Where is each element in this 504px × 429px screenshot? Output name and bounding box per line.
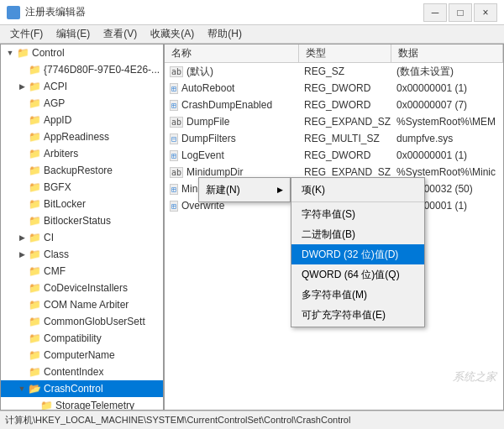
right-panel: 名称 类型 数据 ab (默认) REG_SZ (数值未设置) ⊞ AutoRe…: [165, 44, 503, 410]
tree-label-comnamearbitrer: COM Name Arbiter: [44, 299, 129, 311]
reg-icon: ⊞: [170, 150, 178, 161]
menu-view[interactable]: 查看(V): [97, 25, 144, 43]
close-button[interactable]: ×: [474, 3, 497, 22]
reg-name: DumpFilters: [181, 133, 236, 144]
folder-icon-compatibility: 📁: [28, 333, 41, 343]
tree-item-bitlockerstatus[interactable]: ▶ 📁 BitlockerStatus: [1, 212, 163, 229]
tree-item-codeviceinstallers[interactable]: ▶ 📁 CoDeviceInstallers: [1, 280, 163, 296]
toggle-crashcontrol[interactable]: ▼: [16, 383, 28, 395]
minimize-button[interactable]: ─: [423, 3, 447, 22]
table-row[interactable]: ab DumpFile REG_EXPAND_SZ %SystemRoot%\M…: [165, 113, 503, 130]
menu-edit[interactable]: 编辑(E): [50, 25, 97, 43]
tree-item-backuprestore[interactable]: ▶ 📁 BackupRestore: [1, 162, 163, 179]
folder-icon-acpi: 📁: [28, 81, 41, 92]
folder-icon-class: 📁: [28, 249, 41, 259]
submenu-item[interactable]: 项(K): [291, 180, 424, 200]
submenu[interactable]: 项(K)字符串值(S)二进制值(B)DWORD (32 位)值(D)QWORD …: [291, 177, 425, 327]
td-type: REG_DWORD: [299, 97, 391, 113]
tree-item-arbiters[interactable]: ▶ 📁 Arbiters: [1, 145, 163, 162]
reg-name: (默认): [186, 65, 213, 79]
td-type: REG_DWORD: [299, 80, 391, 97]
td-type: REG_EXPAND_SZ: [299, 113, 391, 130]
tree-label-appid: AppID: [44, 114, 71, 126]
window-controls: ─ □ ×: [423, 3, 497, 22]
tree-item-bitlocker[interactable]: ▶ 📁 BitLocker: [1, 196, 163, 212]
td-name: ab DumpFile: [165, 113, 299, 130]
col-header-name: 名称: [165, 44, 299, 62]
submenu-item[interactable]: 二进制值(B): [291, 224, 424, 244]
col-header-type: 类型: [299, 44, 391, 62]
tree-item-commonglobusersetings[interactable]: ▶ 📁 CommonGlobUserSett: [1, 313, 163, 330]
reg-name: CrashDumpEnabled: [181, 99, 272, 111]
main-container: ▼ 📁 Control ▶ 📁 {7746D80F-97E0-4E26-... …: [0, 44, 504, 411]
col-header-data: 数据: [391, 44, 503, 62]
folder-icon-cmf: 📁: [28, 266, 41, 276]
tree-item-control[interactable]: ▼ 📁 Control: [1, 44, 163, 61]
app-title: 注册表编辑器: [25, 5, 86, 19]
title-bar: 注册表编辑器 ─ □ ×: [0, 0, 504, 25]
table-row[interactable]: ⊞ AutoReboot REG_DWORD 0x00000001 (1): [165, 80, 503, 97]
tree-item-cmf[interactable]: ▶ 📁 CMF: [1, 263, 163, 280]
tree-item-acpi[interactable]: ▶ 📁 ACPI: [1, 78, 163, 95]
menu-favorites[interactable]: 收藏夹(A): [144, 25, 201, 43]
tree-label-ci: CI: [44, 232, 54, 243]
td-type: REG_DWORD: [299, 147, 391, 164]
tree-item-contentindex[interactable]: ▶ 📁 ContentIndex: [1, 364, 163, 380]
submenu-item[interactable]: 字符串值(S): [291, 204, 424, 224]
tree-item-agp[interactable]: ▶ 📁 AGP: [1, 95, 163, 112]
tree-label-agp: AGP: [44, 97, 65, 109]
status-bar: 计算机\HKEY_LOCAL_MACHINE\SYSTEM\CurrentCon…: [0, 411, 504, 429]
table-row[interactable]: ⊟ DumpFilters REG_MULTI_SZ dumpfve.sys: [165, 130, 503, 147]
tree-item-appid[interactable]: ▶ 📁 AppID: [1, 112, 163, 128]
table-row[interactable]: ab (默认) REG_SZ (数值未设置): [165, 63, 503, 80]
tree-label-backuprestore: BackupRestore: [44, 165, 113, 176]
tree-item-compatibility[interactable]: ▶ 📁 Compatibility: [1, 330, 163, 347]
folder-icon-storagetelemetry: 📁: [39, 400, 53, 410]
tree-label-storagetelemetry: StorageTelemetry: [55, 400, 134, 410]
folder-icon-comnamearbitrer: 📁: [28, 300, 41, 310]
toggle-control[interactable]: ▼: [4, 47, 16, 59]
tree-item-storagetelemetry[interactable]: ▶ 📁 StorageTelemetry: [1, 397, 163, 410]
tree-item-ci[interactable]: ▶ 📁 CI: [1, 229, 163, 246]
tree-item-class[interactable]: ▶ 📁 Class: [1, 246, 163, 263]
tree-item-bgfx[interactable]: ▶ 📁 BGFX: [1, 179, 163, 196]
submenu-item[interactable]: DWORD (32 位)值(D): [291, 244, 424, 264]
folder-icon-commonglobusersetings: 📁: [28, 317, 41, 327]
tree-item-guid[interactable]: ▶ 📁 {7746D80F-97E0-4E26-...: [1, 61, 163, 78]
toggle-class[interactable]: ▶: [16, 249, 28, 260]
toggle-ci[interactable]: ▶: [16, 232, 28, 243]
td-data: %SystemRoot%\MEM: [391, 113, 503, 130]
td-name: ab (默认): [165, 63, 299, 80]
submenu-item[interactable]: 可扩充字符串值(E): [291, 305, 424, 325]
folder-icon-codeviceinstallers: 📁: [28, 283, 41, 293]
reg-icon: ab: [170, 117, 183, 128]
menu-new-label: 新建(N): [206, 183, 240, 197]
reg-icon: ⊞: [170, 100, 178, 111]
folder-icon-control: 📁: [16, 48, 29, 58]
tree-label-appreadiness: AppReadiness: [44, 131, 109, 143]
folder-icon-appid: 📁: [28, 115, 41, 125]
tree-label-bitlockerstatus: BitlockerStatus: [44, 215, 111, 227]
context-menu-new[interactable]: 新建(N) ▶: [198, 177, 291, 202]
submenu-item[interactable]: 多字符串值(M): [291, 285, 424, 305]
tree-item-computername[interactable]: ▶ 📁 ComputerName: [1, 347, 163, 364]
tree-panel[interactable]: ▼ 📁 Control ▶ 📁 {7746D80F-97E0-4E26-... …: [1, 44, 165, 410]
table-row[interactable]: ⊞ LogEvent REG_DWORD 0x00000001 (1): [165, 147, 503, 164]
tree-label-bitlocker: BitLocker: [44, 198, 86, 210]
menu-file[interactable]: 文件(F): [3, 25, 50, 43]
maximize-button[interactable]: □: [449, 3, 472, 22]
tree-item-appreadiness[interactable]: ▶ 📁 AppReadiness: [1, 128, 163, 145]
td-data: 0x00000007 (7): [391, 97, 503, 113]
menu-new-item[interactable]: 新建(N) ▶: [199, 180, 290, 200]
tree-item-comnamearbitrer[interactable]: ▶ 📁 COM Name Arbiter: [1, 296, 163, 313]
menu-help[interactable]: 帮助(H): [201, 25, 249, 43]
reg-icon: ⊞: [170, 83, 178, 94]
table-header: 名称 类型 数据: [165, 44, 503, 63]
folder-icon-ci: 📁: [28, 233, 41, 243]
tree-label-class: Class: [44, 249, 69, 260]
submenu-item[interactable]: QWORD (64 位)值(Q): [291, 264, 424, 285]
toggle-acpi[interactable]: ▶: [16, 81, 28, 92]
tree-item-crashcontrol[interactable]: ▼ 📂 CrashControl: [1, 380, 163, 397]
reg-icon: ab: [170, 167, 183, 178]
table-row[interactable]: ⊞ CrashDumpEnabled REG_DWORD 0x00000007 …: [165, 97, 503, 113]
